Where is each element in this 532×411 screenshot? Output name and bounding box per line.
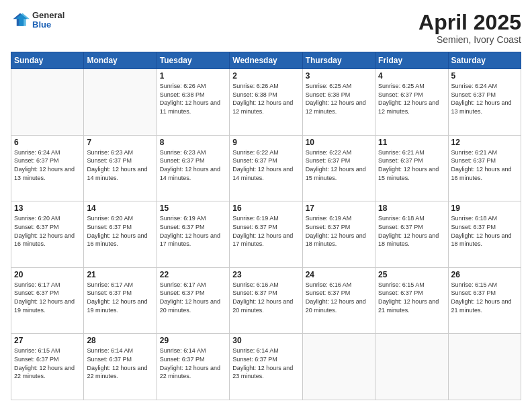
page: General Blue April 2025 Semien, Ivory Co… (0, 0, 532, 411)
day-number: 19 (451, 203, 518, 213)
day-info: Sunrise: 6:21 AMSunset: 6:37 PMDaylight:… (451, 148, 518, 182)
daylight-label: Daylight: 12 hours and 20 minutes. (232, 298, 293, 314)
daylight-label: Daylight: 12 hours and 12 minutes. (232, 99, 293, 115)
day-info: Sunrise: 6:24 AMSunset: 6:37 PMDaylight:… (451, 82, 518, 116)
daylight-label: Daylight: 12 hours and 17 minutes. (232, 232, 293, 248)
daylight-label: Daylight: 12 hours and 18 minutes. (451, 232, 512, 248)
day-info: Sunrise: 6:25 AMSunset: 6:37 PMDaylight:… (378, 82, 445, 116)
table-row: 9Sunrise: 6:22 AMSunset: 6:37 PMDaylight… (230, 135, 302, 201)
table-row (375, 334, 448, 400)
sunset-label: Sunset: 6:37 PM (87, 157, 132, 164)
table-row: 12Sunrise: 6:21 AMSunset: 6:37 PMDayligh… (448, 135, 521, 201)
sunrise-label: Sunrise: 6:20 AM (87, 215, 133, 222)
sunrise-label: Sunrise: 6:23 AM (87, 149, 133, 156)
sunset-label: Sunset: 6:37 PM (160, 224, 205, 230)
sunrise-label: Sunrise: 6:25 AM (306, 83, 352, 89)
table-row: 2Sunrise: 6:26 AMSunset: 6:38 PMDaylight… (230, 69, 302, 136)
table-row: 17Sunrise: 6:19 AMSunset: 6:37 PMDayligh… (302, 201, 375, 268)
table-row: 13Sunrise: 6:20 AMSunset: 6:37 PMDayligh… (11, 201, 84, 268)
daylight-label: Daylight: 12 hours and 13 minutes. (14, 166, 75, 181)
day-info: Sunrise: 6:21 AMSunset: 6:37 PMDaylight:… (378, 148, 445, 182)
col-wednesday: Wednesday (230, 52, 302, 69)
day-info: Sunrise: 6:14 AMSunset: 6:37 PMDaylight:… (160, 347, 226, 380)
day-info: Sunrise: 6:17 AMSunset: 6:37 PMDaylight:… (87, 281, 153, 314)
sunrise-label: Sunrise: 6:18 AM (451, 215, 498, 222)
daylight-label: Daylight: 12 hours and 15 minutes. (378, 166, 439, 181)
sunrise-label: Sunrise: 6:21 AM (451, 149, 498, 156)
day-number: 9 (232, 138, 299, 147)
col-friday: Friday (375, 52, 448, 69)
day-number: 3 (306, 71, 372, 81)
sunrise-label: Sunrise: 6:20 AM (14, 215, 60, 222)
day-number: 10 (306, 138, 372, 147)
day-info: Sunrise: 6:17 AMSunset: 6:37 PMDaylight:… (14, 281, 81, 314)
sunset-label: Sunset: 6:37 PM (87, 289, 132, 296)
sunset-label: Sunset: 6:37 PM (232, 289, 277, 296)
calendar-week-row: 20Sunrise: 6:17 AMSunset: 6:37 PMDayligh… (11, 267, 521, 334)
sunset-label: Sunset: 6:37 PM (160, 356, 205, 363)
day-number: 16 (232, 203, 299, 213)
day-number: 28 (87, 336, 153, 345)
sunrise-label: Sunrise: 6:23 AM (160, 149, 206, 156)
day-number: 5 (451, 71, 518, 81)
day-info: Sunrise: 6:20 AMSunset: 6:37 PMDaylight:… (87, 214, 153, 248)
title-block: April 2025 Semien, Ivory Coast (418, 11, 521, 45)
sunrise-label: Sunrise: 6:14 AM (87, 347, 133, 354)
logo-text: General Blue (32, 11, 64, 30)
day-number: 29 (160, 336, 226, 345)
table-row: 24Sunrise: 6:16 AMSunset: 6:37 PMDayligh… (302, 267, 375, 334)
day-number: 2 (232, 71, 299, 81)
day-number: 14 (87, 203, 153, 213)
day-info: Sunrise: 6:22 AMSunset: 6:37 PMDaylight:… (232, 148, 299, 182)
sunset-label: Sunset: 6:37 PM (14, 157, 59, 164)
sunrise-label: Sunrise: 6:24 AM (14, 149, 60, 156)
table-row (11, 69, 84, 136)
sunset-label: Sunset: 6:37 PM (378, 157, 423, 164)
day-number: 12 (451, 138, 518, 147)
table-row: 21Sunrise: 6:17 AMSunset: 6:37 PMDayligh… (84, 267, 157, 334)
day-number: 26 (451, 270, 518, 279)
sunrise-label: Sunrise: 6:21 AM (378, 149, 425, 156)
day-info: Sunrise: 6:19 AMSunset: 6:37 PMDaylight:… (306, 214, 372, 248)
sunrise-label: Sunrise: 6:15 AM (378, 281, 425, 288)
sunset-label: Sunset: 6:37 PM (232, 356, 277, 363)
daylight-label: Daylight: 12 hours and 22 minutes. (87, 365, 147, 380)
sunrise-label: Sunrise: 6:16 AM (232, 281, 279, 288)
sunset-label: Sunset: 6:37 PM (14, 356, 59, 363)
daylight-label: Daylight: 12 hours and 21 minutes. (451, 298, 512, 314)
sunrise-label: Sunrise: 6:17 AM (160, 281, 206, 288)
calendar-week-row: 27Sunrise: 6:15 AMSunset: 6:37 PMDayligh… (11, 334, 521, 400)
day-info: Sunrise: 6:19 AMSunset: 6:37 PMDaylight:… (160, 214, 226, 248)
daylight-label: Daylight: 12 hours and 22 minutes. (14, 365, 75, 380)
sunrise-label: Sunrise: 6:22 AM (232, 149, 279, 156)
day-number: 8 (160, 138, 226, 147)
daylight-label: Daylight: 12 hours and 12 minutes. (378, 99, 439, 115)
day-number: 25 (378, 270, 445, 279)
day-info: Sunrise: 6:15 AMSunset: 6:37 PMDaylight:… (14, 347, 81, 380)
sunrise-label: Sunrise: 6:15 AM (451, 281, 498, 288)
day-number: 4 (378, 71, 445, 81)
daylight-label: Daylight: 12 hours and 18 minutes. (378, 232, 439, 248)
sunset-label: Sunset: 6:37 PM (306, 157, 351, 164)
day-info: Sunrise: 6:18 AMSunset: 6:37 PMDaylight:… (378, 214, 445, 248)
col-thursday: Thursday (302, 52, 375, 69)
sunset-label: Sunset: 6:38 PM (232, 91, 277, 98)
day-info: Sunrise: 6:20 AMSunset: 6:37 PMDaylight:… (14, 214, 81, 248)
daylight-label: Daylight: 12 hours and 20 minutes. (160, 298, 220, 314)
day-info: Sunrise: 6:15 AMSunset: 6:37 PMDaylight:… (451, 281, 518, 314)
daylight-label: Daylight: 12 hours and 21 minutes. (378, 298, 439, 314)
day-number: 30 (232, 336, 299, 345)
day-info: Sunrise: 6:26 AMSunset: 6:38 PMDaylight:… (232, 82, 299, 116)
daylight-label: Daylight: 12 hours and 23 minutes. (232, 365, 293, 380)
sunset-label: Sunset: 6:37 PM (306, 224, 351, 230)
daylight-label: Daylight: 12 hours and 15 minutes. (306, 166, 366, 181)
col-monday: Monday (84, 52, 157, 69)
table-row: 1Sunrise: 6:26 AMSunset: 6:38 PMDaylight… (157, 69, 229, 136)
day-number: 17 (306, 203, 372, 213)
day-number: 1 (160, 71, 226, 81)
sunset-label: Sunset: 6:37 PM (306, 289, 351, 296)
table-row: 27Sunrise: 6:15 AMSunset: 6:37 PMDayligh… (11, 334, 84, 400)
day-info: Sunrise: 6:16 AMSunset: 6:37 PMDaylight:… (232, 281, 299, 314)
day-number: 15 (160, 203, 226, 213)
day-info: Sunrise: 6:25 AMSunset: 6:38 PMDaylight:… (306, 82, 372, 116)
